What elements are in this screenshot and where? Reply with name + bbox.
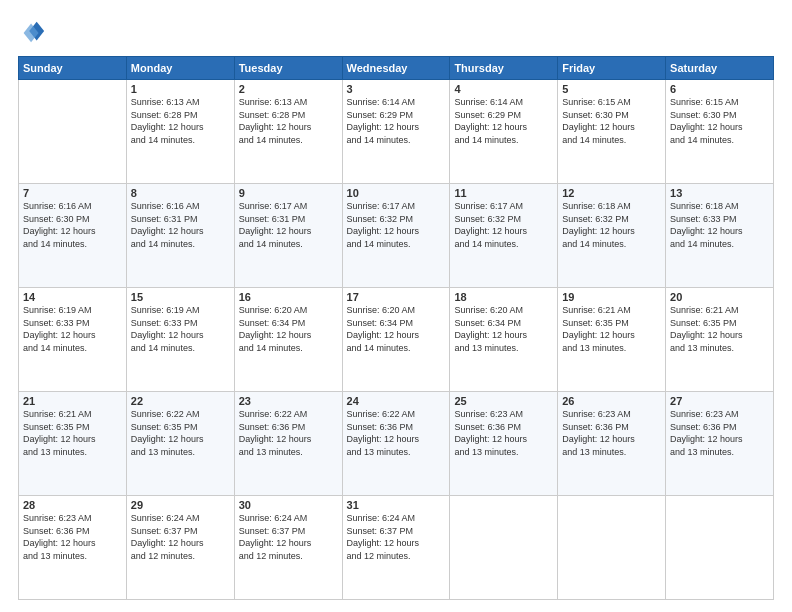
calendar-cell: 16Sunrise: 6:20 AM Sunset: 6:34 PM Dayli… [234,288,342,392]
week-row-1: 1Sunrise: 6:13 AM Sunset: 6:28 PM Daylig… [19,80,774,184]
calendar-cell: 9Sunrise: 6:17 AM Sunset: 6:31 PM Daylig… [234,184,342,288]
calendar-cell: 14Sunrise: 6:19 AM Sunset: 6:33 PM Dayli… [19,288,127,392]
day-number: 1 [131,83,230,95]
day-number: 17 [347,291,446,303]
day-number: 27 [670,395,769,407]
calendar-cell: 15Sunrise: 6:19 AM Sunset: 6:33 PM Dayli… [126,288,234,392]
day-info: Sunrise: 6:22 AM Sunset: 6:36 PM Dayligh… [239,408,338,458]
day-number: 19 [562,291,661,303]
calendar-header-row: SundayMondayTuesdayWednesdayThursdayFrid… [19,57,774,80]
day-number: 18 [454,291,553,303]
calendar-cell: 7Sunrise: 6:16 AM Sunset: 6:30 PM Daylig… [19,184,127,288]
calendar-cell [19,80,127,184]
day-info: Sunrise: 6:23 AM Sunset: 6:36 PM Dayligh… [23,512,122,562]
day-info: Sunrise: 6:13 AM Sunset: 6:28 PM Dayligh… [239,96,338,146]
day-number: 16 [239,291,338,303]
day-info: Sunrise: 6:20 AM Sunset: 6:34 PM Dayligh… [454,304,553,354]
calendar-cell: 29Sunrise: 6:24 AM Sunset: 6:37 PM Dayli… [126,496,234,600]
calendar-cell: 26Sunrise: 6:23 AM Sunset: 6:36 PM Dayli… [558,392,666,496]
day-number: 28 [23,499,122,511]
day-info: Sunrise: 6:21 AM Sunset: 6:35 PM Dayligh… [23,408,122,458]
calendar-cell: 25Sunrise: 6:23 AM Sunset: 6:36 PM Dayli… [450,392,558,496]
day-number: 9 [239,187,338,199]
day-number: 7 [23,187,122,199]
header-day-friday: Friday [558,57,666,80]
header-day-wednesday: Wednesday [342,57,450,80]
day-info: Sunrise: 6:15 AM Sunset: 6:30 PM Dayligh… [562,96,661,146]
day-number: 13 [670,187,769,199]
day-number: 22 [131,395,230,407]
calendar-cell: 13Sunrise: 6:18 AM Sunset: 6:33 PM Dayli… [666,184,774,288]
day-info: Sunrise: 6:16 AM Sunset: 6:31 PM Dayligh… [131,200,230,250]
calendar-cell: 17Sunrise: 6:20 AM Sunset: 6:34 PM Dayli… [342,288,450,392]
day-number: 21 [23,395,122,407]
page: SundayMondayTuesdayWednesdayThursdayFrid… [0,0,792,612]
day-number: 23 [239,395,338,407]
day-number: 10 [347,187,446,199]
day-info: Sunrise: 6:16 AM Sunset: 6:30 PM Dayligh… [23,200,122,250]
calendar-cell: 8Sunrise: 6:16 AM Sunset: 6:31 PM Daylig… [126,184,234,288]
calendar-cell: 20Sunrise: 6:21 AM Sunset: 6:35 PM Dayli… [666,288,774,392]
day-info: Sunrise: 6:17 AM Sunset: 6:32 PM Dayligh… [347,200,446,250]
calendar-cell: 4Sunrise: 6:14 AM Sunset: 6:29 PM Daylig… [450,80,558,184]
calendar-body: 1Sunrise: 6:13 AM Sunset: 6:28 PM Daylig… [19,80,774,600]
day-info: Sunrise: 6:24 AM Sunset: 6:37 PM Dayligh… [347,512,446,562]
day-info: Sunrise: 6:15 AM Sunset: 6:30 PM Dayligh… [670,96,769,146]
calendar-cell: 2Sunrise: 6:13 AM Sunset: 6:28 PM Daylig… [234,80,342,184]
day-number: 25 [454,395,553,407]
day-info: Sunrise: 6:23 AM Sunset: 6:36 PM Dayligh… [670,408,769,458]
day-number: 12 [562,187,661,199]
day-info: Sunrise: 6:23 AM Sunset: 6:36 PM Dayligh… [562,408,661,458]
calendar-cell: 5Sunrise: 6:15 AM Sunset: 6:30 PM Daylig… [558,80,666,184]
calendar-cell: 6Sunrise: 6:15 AM Sunset: 6:30 PM Daylig… [666,80,774,184]
calendar-cell: 3Sunrise: 6:14 AM Sunset: 6:29 PM Daylig… [342,80,450,184]
calendar-cell: 23Sunrise: 6:22 AM Sunset: 6:36 PM Dayli… [234,392,342,496]
day-info: Sunrise: 6:18 AM Sunset: 6:32 PM Dayligh… [562,200,661,250]
calendar-cell [666,496,774,600]
day-info: Sunrise: 6:14 AM Sunset: 6:29 PM Dayligh… [454,96,553,146]
header-day-sunday: Sunday [19,57,127,80]
calendar-cell: 1Sunrise: 6:13 AM Sunset: 6:28 PM Daylig… [126,80,234,184]
header-day-thursday: Thursday [450,57,558,80]
day-info: Sunrise: 6:23 AM Sunset: 6:36 PM Dayligh… [454,408,553,458]
day-number: 4 [454,83,553,95]
calendar-cell: 21Sunrise: 6:21 AM Sunset: 6:35 PM Dayli… [19,392,127,496]
calendar-table: SundayMondayTuesdayWednesdayThursdayFrid… [18,56,774,600]
day-info: Sunrise: 6:22 AM Sunset: 6:36 PM Dayligh… [347,408,446,458]
header-day-monday: Monday [126,57,234,80]
day-number: 24 [347,395,446,407]
day-number: 5 [562,83,661,95]
day-number: 20 [670,291,769,303]
day-info: Sunrise: 6:20 AM Sunset: 6:34 PM Dayligh… [347,304,446,354]
day-number: 15 [131,291,230,303]
day-number: 30 [239,499,338,511]
day-number: 11 [454,187,553,199]
day-info: Sunrise: 6:19 AM Sunset: 6:33 PM Dayligh… [131,304,230,354]
header-day-tuesday: Tuesday [234,57,342,80]
logo-icon [18,18,46,46]
day-info: Sunrise: 6:17 AM Sunset: 6:31 PM Dayligh… [239,200,338,250]
day-info: Sunrise: 6:21 AM Sunset: 6:35 PM Dayligh… [562,304,661,354]
calendar-cell: 19Sunrise: 6:21 AM Sunset: 6:35 PM Dayli… [558,288,666,392]
calendar-cell: 24Sunrise: 6:22 AM Sunset: 6:36 PM Dayli… [342,392,450,496]
week-row-4: 21Sunrise: 6:21 AM Sunset: 6:35 PM Dayli… [19,392,774,496]
day-info: Sunrise: 6:18 AM Sunset: 6:33 PM Dayligh… [670,200,769,250]
calendar-cell [558,496,666,600]
day-info: Sunrise: 6:24 AM Sunset: 6:37 PM Dayligh… [239,512,338,562]
calendar-cell: 28Sunrise: 6:23 AM Sunset: 6:36 PM Dayli… [19,496,127,600]
day-info: Sunrise: 6:20 AM Sunset: 6:34 PM Dayligh… [239,304,338,354]
logo [18,18,50,46]
day-number: 2 [239,83,338,95]
day-info: Sunrise: 6:17 AM Sunset: 6:32 PM Dayligh… [454,200,553,250]
calendar-cell: 12Sunrise: 6:18 AM Sunset: 6:32 PM Dayli… [558,184,666,288]
day-info: Sunrise: 6:24 AM Sunset: 6:37 PM Dayligh… [131,512,230,562]
day-number: 3 [347,83,446,95]
day-number: 14 [23,291,122,303]
day-info: Sunrise: 6:14 AM Sunset: 6:29 PM Dayligh… [347,96,446,146]
day-number: 6 [670,83,769,95]
week-row-2: 7Sunrise: 6:16 AM Sunset: 6:30 PM Daylig… [19,184,774,288]
calendar-cell: 27Sunrise: 6:23 AM Sunset: 6:36 PM Dayli… [666,392,774,496]
header [18,18,774,46]
calendar-cell: 18Sunrise: 6:20 AM Sunset: 6:34 PM Dayli… [450,288,558,392]
day-info: Sunrise: 6:19 AM Sunset: 6:33 PM Dayligh… [23,304,122,354]
